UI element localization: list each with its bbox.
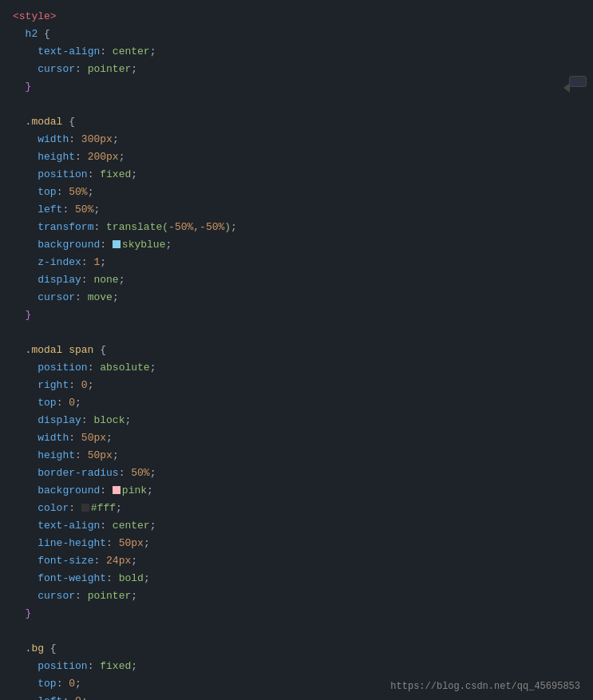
code-line: }: [0, 605, 593, 623]
code-line: text-align: center;: [0, 517, 593, 535]
code-line: cursor: pointer;: [0, 61, 593, 78]
tooltip-comment: [569, 76, 587, 87]
code-line: line-height: 50px;: [0, 535, 593, 552]
selector-class: .bg: [26, 643, 44, 655]
url-attribution: https://blog.csdn.net/qq_45695853: [390, 681, 580, 692]
selector-class: .modal span: [26, 344, 94, 356]
code-line: position: fixed;: [0, 166, 593, 184]
code-line: position: absolute;: [0, 359, 593, 377]
tag-open: <style>: [13, 10, 57, 22]
color-swatch-pink: [113, 486, 121, 494]
color-swatch-skyblue: [113, 240, 121, 248]
code-line: [0, 324, 593, 342]
code-line: height: 50px;: [0, 447, 593, 465]
code-editor: <style> h2 { text-align: center; cursor:…: [0, 0, 593, 700]
code-line: h2 {: [0, 26, 593, 43]
code-line: background: pink;: [0, 482, 593, 500]
code-line: width: 300px;: [0, 131, 593, 148]
code-line: <style>: [0, 8, 593, 26]
code-line: .modal {: [0, 113, 593, 131]
code-line: text-align: center;: [0, 43, 593, 61]
color-swatch-black: [81, 504, 89, 512]
code-line: color: #fff;: [0, 500, 593, 517]
code-line: }: [0, 306, 593, 324]
code-line: cursor: pointer;: [0, 587, 593, 605]
code-line: cursor: move;: [0, 289, 593, 306]
tooltip-arrow: [563, 83, 570, 93]
code-line: .modal span {: [0, 342, 593, 359]
code-line: top: 0;: [0, 394, 593, 412]
code-line: left: 0;: [0, 693, 593, 700]
code-line: [0, 623, 593, 640]
code-line: left: 50%;: [0, 201, 593, 219]
code-line: }: [0, 78, 593, 96]
code-line: top: 50%;: [0, 184, 593, 201]
selector: h2: [26, 28, 38, 40]
code-line: font-size: 24px;: [0, 552, 593, 570]
code-line: transform: translate(-50%,-50%);: [0, 219, 593, 236]
code-line: .bg {: [0, 640, 593, 658]
selector-class: .modal: [26, 116, 63, 128]
code-line: background: skyblue;: [0, 236, 593, 254]
code-line: display: none;: [0, 271, 593, 289]
code-line: display: block;: [0, 412, 593, 429]
code-line: width: 50px;: [0, 429, 593, 447]
code-line: border-radius: 50%;: [0, 465, 593, 482]
code-line: position: fixed;: [0, 658, 593, 675]
code-line: z-index: 1;: [0, 254, 593, 271]
code-line: right: 0;: [0, 377, 593, 394]
code-line: font-weight: bold;: [0, 570, 593, 587]
code-line: height: 200px;: [0, 148, 593, 166]
code-line: [0, 96, 593, 113]
